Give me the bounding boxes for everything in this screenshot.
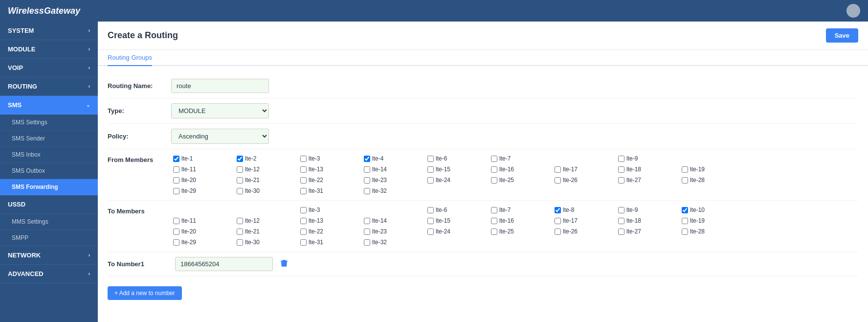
- delete-to-number-button[interactable]: [277, 258, 291, 271]
- from-lte22-checkbox[interactable]: [300, 177, 307, 184]
- from-lte23-checkbox[interactable]: [364, 177, 370, 184]
- main-content: Create a Routing Save Routing Groups Rou…: [98, 22, 868, 322]
- to-members-row4: lte-29 lte-30 lte-31 lte-32: [171, 238, 858, 247]
- from-lte31-checkbox[interactable]: [300, 188, 307, 194]
- type-select[interactable]: MODULE SIM PORT: [171, 103, 269, 118]
- to-lte9-checkbox[interactable]: [618, 207, 624, 213]
- to-lte30-checkbox[interactable]: [237, 239, 243, 246]
- from-lte25-checkbox[interactable]: [491, 177, 497, 184]
- from-lte32-checkbox[interactable]: [364, 188, 370, 194]
- sidebar-item-routing[interactable]: ROUTING ›: [0, 77, 98, 96]
- to-lte20-checkbox[interactable]: [173, 229, 179, 235]
- from-lte27-label: lte-27: [626, 177, 641, 184]
- to-lte31-checkbox[interactable]: [300, 239, 307, 246]
- from-lte20-checkbox[interactable]: [173, 177, 179, 184]
- to-lte16-checkbox[interactable]: [491, 218, 497, 224]
- from-lte26-checkbox[interactable]: [555, 177, 561, 184]
- list-item: lte-20: [171, 227, 235, 236]
- to-lte6-checkbox[interactable]: [427, 207, 434, 213]
- to-lte21-checkbox[interactable]: [237, 229, 243, 235]
- sidebar-item-module[interactable]: MODULE ›: [0, 40, 98, 59]
- from-lte21-checkbox[interactable]: [237, 177, 243, 184]
- from-lte12-checkbox[interactable]: [237, 166, 243, 173]
- from-lte14-label: lte-14: [372, 166, 387, 173]
- to-lte17-checkbox[interactable]: [555, 218, 561, 224]
- sidebar-item-network[interactable]: NETWORK ›: [0, 246, 98, 265]
- to-lte16-label: lte-16: [499, 217, 514, 224]
- policy-select[interactable]: Ascending Descending Round Robin Random: [171, 129, 269, 144]
- list-item: lte-30: [235, 238, 298, 247]
- to-lte12-checkbox[interactable]: [237, 218, 243, 224]
- to-number-input[interactable]: [175, 257, 273, 271]
- from-lte28-checkbox[interactable]: [682, 177, 688, 184]
- from-lte3-checkbox[interactable]: [300, 156, 307, 162]
- routing-name-input[interactable]: [171, 79, 269, 93]
- from-members-grid: lte-1 lte-2 lte-3 lte-4 lte-6 lte-7 lte-…: [171, 154, 858, 195]
- to-lte23-checkbox[interactable]: [364, 229, 370, 235]
- from-lte9-checkbox[interactable]: [618, 156, 624, 162]
- to-lte21-label: lte-21: [245, 228, 260, 235]
- list-item: lte-23: [362, 176, 425, 184]
- to-lte14-checkbox[interactable]: [364, 218, 370, 224]
- from-lte6-checkbox[interactable]: [427, 156, 434, 162]
- from-lte11-checkbox[interactable]: [173, 166, 179, 173]
- sidebar-item-system[interactable]: SYSTEM ›: [0, 22, 98, 40]
- from-lte1-checkbox[interactable]: [173, 156, 179, 162]
- to-lte27-checkbox[interactable]: [618, 229, 624, 235]
- from-lte30-checkbox[interactable]: [237, 188, 243, 194]
- list-item: lte-25: [489, 227, 553, 236]
- to-lte13-checkbox[interactable]: [300, 218, 307, 224]
- from-lte27-checkbox[interactable]: [618, 177, 624, 184]
- to-members-row3: lte-20 lte-21 lte-22 lte-23 lte-24 lte-2…: [171, 227, 858, 236]
- sidebar-item-sms[interactable]: SMS ⌄: [0, 96, 98, 115]
- sidebar-subitem-sms-outbox[interactable]: SMS Outbox: [0, 163, 98, 179]
- from-lte14-checkbox[interactable]: [364, 166, 370, 173]
- from-lte7-checkbox[interactable]: [491, 156, 497, 162]
- from-lte16-checkbox[interactable]: [491, 166, 497, 173]
- from-lte4-checkbox[interactable]: [364, 156, 370, 162]
- from-lte29-checkbox[interactable]: [173, 188, 179, 194]
- sidebar-item-advanced[interactable]: ADVANCED ›: [0, 265, 98, 283]
- add-to-number-button[interactable]: + Add a new to number: [108, 286, 182, 300]
- to-lte11-checkbox[interactable]: [173, 218, 179, 224]
- to-lte15-checkbox[interactable]: [427, 218, 434, 224]
- from-lte13-checkbox[interactable]: [300, 166, 307, 173]
- to-lte26-checkbox[interactable]: [555, 229, 561, 235]
- from-lte2-checkbox[interactable]: [237, 156, 243, 162]
- to-lte29-checkbox[interactable]: [173, 239, 179, 246]
- sidebar-subitem-sms-sender[interactable]: SMS Sender: [0, 131, 98, 147]
- to-lte7-checkbox[interactable]: [491, 207, 497, 213]
- from-lte24-checkbox[interactable]: [427, 177, 434, 184]
- sidebar-subitem-sms-forwarding[interactable]: SMS Forwarding: [0, 179, 98, 195]
- list-item: [553, 154, 616, 163]
- to-members-row1: lte-3 lte-6 lte-7 lte-8 lte-9 lte-10: [171, 206, 858, 214]
- to-lte22-checkbox[interactable]: [300, 229, 307, 235]
- sidebar-item-voip[interactable]: VOIP ›: [0, 59, 98, 77]
- sidebar: SYSTEM › MODULE › VOIP › ROUTING › SMS ⌄…: [0, 22, 98, 322]
- sidebar-subitem-sms-settings[interactable]: SMS Settings: [0, 115, 98, 131]
- from-lte17-checkbox[interactable]: [555, 166, 561, 173]
- to-lte12-label: lte-12: [245, 217, 260, 224]
- list-item: lte-21: [235, 227, 298, 236]
- to-lte3-checkbox[interactable]: [300, 207, 307, 213]
- list-item: lte-28: [680, 227, 743, 236]
- sidebar-subitem-sms-inbox[interactable]: SMS Inbox: [0, 147, 98, 163]
- to-lte25-checkbox[interactable]: [491, 229, 497, 235]
- tab-routing-groups[interactable]: Routing Groups: [108, 50, 152, 66]
- list-item: lte-1: [171, 154, 235, 163]
- to-lte24-checkbox[interactable]: [427, 229, 434, 235]
- save-button[interactable]: Save: [826, 28, 858, 43]
- from-lte18-checkbox[interactable]: [618, 166, 624, 173]
- to-lte32-checkbox[interactable]: [364, 239, 370, 246]
- sidebar-subitem-mms-settings[interactable]: MMS Settings: [0, 214, 98, 230]
- sidebar-subitem-smpp[interactable]: SMPP: [0, 230, 98, 246]
- from-lte19-checkbox[interactable]: [682, 166, 688, 173]
- to-lte19-checkbox[interactable]: [682, 218, 688, 224]
- to-lte18-checkbox[interactable]: [618, 218, 624, 224]
- from-lte15-checkbox[interactable]: [427, 166, 434, 173]
- to-lte8-checkbox[interactable]: [555, 207, 561, 213]
- to-lte10-checkbox[interactable]: [682, 207, 688, 213]
- to-lte28-checkbox[interactable]: [682, 229, 688, 235]
- sidebar-item-ussd[interactable]: USSD: [0, 195, 98, 214]
- from-members-label: From Members: [108, 154, 171, 163]
